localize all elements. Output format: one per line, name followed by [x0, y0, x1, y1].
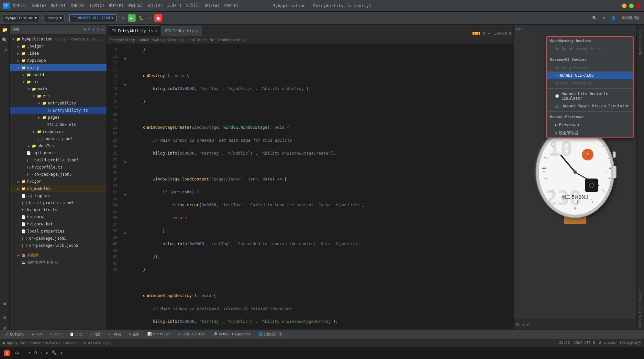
tree-src[interactable]: ▼ 📁 src [10, 78, 106, 85]
tree-external-libs[interactable]: ▶ 📚 外部库 [10, 252, 106, 259]
tree-gitignore-root[interactable]: 📄 .gitignore [10, 192, 106, 199]
tree-index-ets[interactable]: ETS Index.ets [10, 121, 106, 128]
taskbar-icon-2[interactable]: ∙ [28, 350, 31, 356]
tab-more-button[interactable]: ⋯ [488, 31, 490, 36]
tree-ets[interactable]: ▼ 📁 ets [10, 92, 106, 100]
collapse-icon-12[interactable]: ▼ [124, 57, 126, 60]
tree-hvigorw-bat[interactable]: 📄 hvigorw.bat [10, 221, 106, 228]
menu-file[interactable]: 文件(F) [12, 3, 27, 8]
minimize-button[interactable] [622, 4, 627, 8]
menu-code[interactable]: 代码(C) [90, 3, 105, 8]
sidebar-layout-icon[interactable]: ≡ [88, 27, 91, 32]
tree-hvigorfile-root[interactable]: TS hvigorfile.ts [10, 206, 106, 213]
services-button[interactable]: ⚙ 服务 [127, 331, 142, 337]
breadcrumb-callback[interactable]: callback for loadContent() [190, 38, 245, 42]
tree-entry[interactable]: ▼ 📁 entry [10, 64, 106, 71]
dependency-button[interactable]: 结构 [1, 320, 9, 328]
sim-back-icon[interactable]: ◁ [522, 322, 525, 327]
code-linter-button[interactable]: ✔ Code Linter [176, 332, 207, 337]
log-button[interactable]: 📋 日志 [68, 331, 84, 337]
code-editor[interactable]: 1011121314 1516171819 2021222324 2526272… [107, 44, 513, 329]
previewer-item[interactable]: ▶ Previewer [547, 121, 633, 129]
huawei-device-item[interactable]: ✓ HUAWEI GLL-AL00 [547, 71, 633, 79]
tree-build[interactable]: ▶ 📁 build [10, 71, 106, 78]
bookmarks-button[interactable]: 书签 [1, 310, 9, 318]
project-view-button[interactable]: 📁 [1, 26, 9, 34]
tree-oh-modules[interactable]: ▶ 📁 oh_modules [10, 185, 106, 192]
settings-icon-2[interactable]: ⚙ [601, 15, 607, 22]
collapse-icon-34[interactable]: ▼ [124, 193, 126, 196]
terminal-button[interactable]: >_ 终端 [106, 331, 123, 337]
sidebar-settings-icon[interactable]: ⚙ [83, 27, 86, 32]
sidebar-expand-icon[interactable]: ⊞ [97, 27, 99, 32]
menu-help[interactable]: 帮助(H) [224, 3, 239, 8]
menu-tools[interactable]: 工具(T) [167, 3, 182, 8]
close-button[interactable] [636, 4, 641, 8]
tree-local-properties[interactable]: 📄 local.properties [10, 228, 106, 235]
sim-rotate-icon[interactable]: ⧉ [516, 322, 519, 327]
tree-entryability[interactable]: ▼ 📁 entryability [10, 100, 106, 107]
tree-oh-package-lock[interactable]: { } oh-package-lock.json5 [10, 242, 106, 249]
tree-hvigor[interactable]: ▶ 📁 hvigor [10, 178, 106, 185]
vcs-button[interactable]: ⎇ [1, 47, 9, 54]
menu-vcs[interactable]: VCS(S) [186, 3, 200, 8]
sidebar-collapse-icon[interactable]: — [101, 27, 104, 32]
tab-close-icon[interactable]: ✕ [155, 29, 157, 33]
collapse-icon-39[interactable]: ▼ [124, 232, 126, 235]
search-everywhere-button[interactable]: 🔍 [590, 15, 599, 22]
stop-button[interactable]: ■ [154, 14, 162, 22]
maximize-button[interactable] [629, 4, 634, 8]
tree-entryability-ts[interactable]: TS EntryAbility.ts [10, 107, 106, 114]
search-button[interactable]: 🔍 [1, 36, 9, 44]
menu-edit[interactable]: 编辑(E) [32, 3, 47, 8]
tree-gitignore[interactable]: 📄 .gitignore [10, 149, 106, 157]
tree-root[interactable]: ▼ 📁 MyApplication D:\002_Project\014_Dev… [10, 36, 106, 43]
menu-run[interactable]: 运行(R) [148, 3, 162, 8]
tab-entryability[interactable]: TS EntryAbility.ts ✕ [108, 26, 161, 36]
device-selector[interactable]: 📱 HUAWEI GLL-AL00 ▼ [69, 14, 117, 22]
run-panel-button[interactable]: ▶ Run [30, 332, 44, 337]
tab-split-button[interactable]: ⧉ [483, 31, 485, 36]
smart-sim-item[interactable]: 📺 Huawei Smart Vision Simulator [547, 102, 633, 110]
sidebar-sort-icon[interactable]: ↕ [93, 27, 95, 32]
debug-button[interactable]: 🐛 [137, 15, 146, 22]
tree-build-profile-root[interactable]: { } build-profile.json5 [10, 199, 106, 206]
tree-module-json[interactable]: { } module.json5 [10, 135, 106, 142]
taskbar-icon-4[interactable]: ☆ [40, 350, 43, 356]
structure-button[interactable]: ≡ [1, 299, 9, 307]
collapse-icon-16[interactable]: ▼ [124, 83, 126, 86]
tree-oh-package-entry[interactable]: { } oh-package.json5 [10, 171, 106, 178]
tree-hvigorfile[interactable]: TS hvigorfile.ts [10, 164, 106, 171]
menu-bar[interactable]: 文件(F) 编辑(E) 视图(V) 导航(N) 代码(C) 重构(R) 构建(B… [12, 3, 239, 8]
taskbar-icon-7[interactable]: ★ [60, 350, 62, 356]
menu-refactor[interactable]: 重构(R) [109, 3, 124, 8]
collapse-icon-29[interactable]: ▼ [124, 160, 126, 164]
menu-window[interactable]: 窗口(W) [205, 3, 220, 8]
breadcrumb-method[interactable]: onWindowStageCreate() [140, 38, 185, 42]
version-control-button[interactable]: ⎇ 版本控制 [3, 331, 26, 337]
project-selector[interactable]: MyApplication ▼ [3, 14, 40, 22]
taskbar-icon-3[interactable]: Ω [34, 350, 37, 356]
apply-changes-button[interactable]: ⚡ [147, 15, 153, 22]
todo-button[interactable]: ☑ TODO [48, 332, 64, 337]
device-manager-item[interactable]: ⚙ 设备管理器 [547, 129, 633, 137]
issues-button[interactable]: ⚠ 问题 [88, 331, 103, 337]
tree-resources[interactable]: ▶ 📁 resources [10, 128, 106, 135]
sim-home-icon[interactable]: ○ [527, 322, 530, 327]
tree-temp-console[interactable]: 💻 临时文件和控制台 [10, 259, 106, 266]
settings-icon[interactable]: ⚙ [120, 15, 127, 22]
breadcrumb-entry[interactable]: EntryAbility [109, 38, 135, 42]
tab-index-close-icon[interactable]: ✕ [196, 29, 198, 33]
menu-view[interactable]: 视图(V) [51, 3, 66, 8]
tree-idea[interactable]: ▶ 📁 .idea [10, 50, 106, 57]
tree-pages[interactable]: ▶ 📁 pages [10, 114, 106, 121]
browse-log-button[interactable]: 🌐 浏览器日志 [257, 331, 284, 337]
menu-nav[interactable]: 导航(N) [70, 3, 85, 8]
lite-sim-item[interactable]: ⌚ Huawei Lite Wearable Simulator [547, 90, 633, 102]
notifications-label[interactable]: Notifications [638, 27, 642, 58]
device-file-browser-label[interactable]: Device File Browser [638, 287, 642, 329]
remote-dev-label[interactable]: 远程模拟器 [620, 14, 641, 22]
profiler-button[interactable]: 📊 Profiler [145, 332, 172, 337]
run-button[interactable]: ▶ [128, 14, 136, 22]
tree-ohostest[interactable]: ▶ 📁 ohosTest [10, 142, 106, 149]
